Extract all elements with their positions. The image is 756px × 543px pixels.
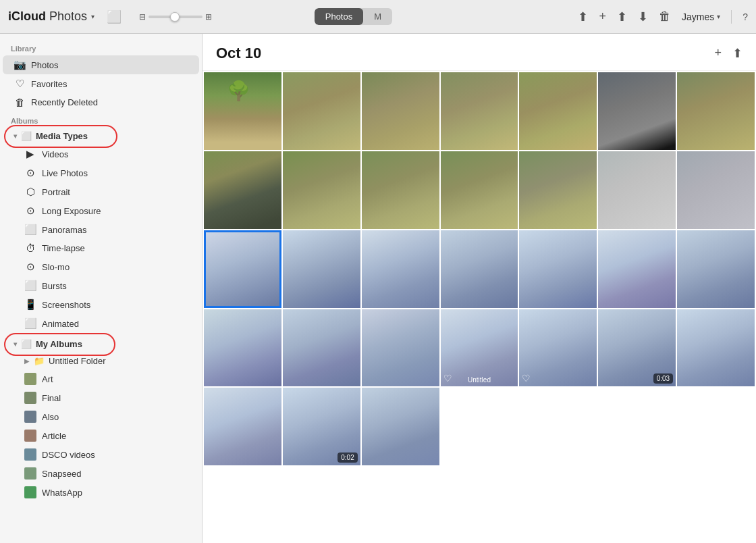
photo-cell[interactable] — [204, 151, 281, 229]
photo-cell-selected[interactable] — [204, 230, 281, 308]
heart-icon: ♡ — [443, 373, 452, 384]
photo-cell[interactable] — [204, 309, 281, 387]
sidebar-item-article[interactable]: Article — [3, 426, 199, 445]
photo-cell[interactable] — [204, 72, 281, 150]
photo-cell[interactable]: 0:03 — [598, 309, 676, 387]
sidebar-item-art[interactable]: Art — [3, 369, 199, 388]
add-icon[interactable]: + — [599, 9, 606, 24]
photo-cell[interactable] — [677, 72, 755, 150]
sidebar-item-photos[interactable]: 📷 Photos — [3, 55, 199, 74]
sidebar-slo-mo-label: Slo-mo — [42, 262, 70, 272]
photo-cell[interactable] — [677, 151, 755, 229]
sidebar-recently-deleted-label: Recently Deleted — [31, 97, 98, 107]
sidebar-item-slo-mo[interactable]: ⊙ Slo-mo — [3, 257, 199, 276]
sidebar-item-portrait[interactable]: ⬡ Portrait — [3, 182, 199, 201]
trash-icon[interactable]: 🗑 — [659, 9, 671, 24]
photo-cell-untitled[interactable]: ♡ Untitled — [441, 309, 518, 387]
sidebar-toggle-button[interactable]: ⬜ — [107, 9, 122, 24]
photo-cell[interactable]: 0:02 — [283, 388, 360, 465]
sidebar-item-long-exposure[interactable]: ⊙ Long Exposure — [3, 201, 199, 220]
sidebar-item-also[interactable]: Also — [3, 407, 199, 426]
sidebar-time-lapse-label: Time-lapse — [42, 243, 85, 253]
download-icon[interactable]: ⬇ — [638, 9, 648, 24]
untitled-folder-chevron-icon: ▶ — [24, 357, 30, 365]
sidebar-item-dsco-videos[interactable]: DSCO videos — [3, 445, 199, 464]
my-albums-folder-icon: ⬜ — [21, 339, 32, 349]
app-header: iCloud Photos ▾ ⬜ ⊟ ⊞ Photos M ⬆ + ⬆ ⬇ 🗑… — [0, 0, 756, 34]
photo-cell[interactable] — [362, 230, 439, 308]
tab-map[interactable]: M — [363, 8, 392, 25]
photo-cell[interactable] — [362, 72, 439, 150]
sidebar-item-panoramas[interactable]: ⬜ Panoramas — [3, 220, 199, 239]
snapseed-album-icon — [24, 467, 36, 480]
photo-cell[interactable] — [598, 72, 676, 150]
my-albums-header[interactable]: ▾ ⬜ My Albums — [3, 336, 199, 353]
sidebar-article-label: Article — [42, 431, 66, 441]
photo-cell[interactable] — [519, 151, 597, 229]
content-share-icon[interactable]: ⬆ — [732, 46, 742, 61]
untitled-folder-header[interactable]: ▶ 📁 Untitled Folder — [3, 353, 199, 369]
photo-cell[interactable] — [362, 151, 439, 229]
article-album-icon — [24, 430, 36, 442]
sidebar: Library 📷 Photos ♡ Favorites 🗑 Recently … — [0, 34, 202, 543]
media-types-header[interactable]: ▾ ⬜ Media Types — [3, 128, 199, 145]
photo-cell[interactable] — [283, 151, 360, 229]
sidebar-panoramas-label: Panoramas — [42, 225, 86, 235]
sidebar-item-recently-deleted[interactable]: 🗑 Recently Deleted — [3, 93, 199, 111]
photo-cell[interactable] — [519, 230, 597, 308]
upload-icon[interactable]: ⬆ — [578, 9, 588, 24]
photo-cell[interactable] — [283, 309, 360, 387]
photo-cell[interactable] — [441, 230, 518, 308]
photo-cell[interactable] — [283, 230, 360, 308]
photo-cell[interactable] — [441, 151, 518, 229]
photo-grid: ♡ Untitled ♡ 0:03 0:02 — [202, 71, 756, 467]
zoom-in-icon: ⊞ — [205, 12, 212, 22]
content-add-icon[interactable]: + — [714, 46, 722, 61]
time-lapse-icon: ⏱ — [24, 242, 36, 254]
sidebar-photos-label: Photos — [31, 60, 58, 70]
sidebar-favorites-label: Favorites — [31, 79, 67, 89]
sidebar-item-screenshots[interactable]: 📱 Screenshots — [3, 295, 199, 314]
photo-cell[interactable] — [677, 230, 755, 308]
video-duration-badge-2: 0:02 — [338, 452, 357, 463]
photo-cell[interactable] — [598, 151, 676, 229]
zoom-thumb[interactable] — [170, 12, 180, 22]
content-header: Oct 10 + ⬆ — [202, 34, 756, 71]
sidebar-item-whatsapp[interactable]: WhatsApp — [3, 483, 199, 502]
user-menu[interactable]: Jaymes ▾ — [682, 11, 720, 22]
sidebar-live-photos-label: Live Photos — [42, 168, 88, 178]
sidebar-item-snapseed[interactable]: Snapseed — [3, 464, 199, 483]
albums-section-label: Albums — [0, 111, 202, 128]
photo-cell[interactable]: ♡ — [519, 309, 597, 387]
zoom-slider-control[interactable]: ⊟ ⊞ — [139, 12, 212, 22]
sidebar-item-favorites[interactable]: ♡ Favorites — [3, 74, 199, 93]
zoom-track[interactable] — [148, 16, 202, 18]
photo-cell[interactable] — [677, 309, 755, 387]
media-types-folder-icon: ⬜ — [21, 131, 32, 141]
sidebar-item-final[interactable]: Final — [3, 388, 199, 407]
my-albums-label: My Albums — [36, 339, 82, 349]
photo-cell[interactable] — [283, 72, 360, 150]
photo-cell[interactable] — [362, 309, 439, 387]
photo-cell[interactable] — [441, 72, 518, 150]
sidebar-item-animated[interactable]: ⬜ Animated — [3, 314, 199, 333]
recently-deleted-icon: 🗑 — [14, 97, 26, 108]
photo-cell-empty — [677, 388, 755, 465]
sidebar-item-time-lapse[interactable]: ⏱ Time-lapse — [3, 239, 199, 257]
sidebar-item-bursts[interactable]: ⬜ Bursts — [3, 276, 199, 295]
photo-cell[interactable] — [204, 388, 281, 465]
share-icon[interactable]: ⬆ — [617, 9, 627, 24]
brand-chevron-icon: ▾ — [91, 13, 94, 20]
sidebar-item-videos[interactable]: ▶ Videos — [3, 145, 199, 163]
brand-dropdown[interactable]: iCloud Photos ▾ — [8, 9, 94, 24]
tab-photos[interactable]: Photos — [315, 8, 363, 25]
help-icon[interactable]: ? — [742, 11, 748, 22]
zoom-out-icon: ⊟ — [139, 12, 146, 22]
photo-cell[interactable] — [362, 388, 439, 465]
photo-label-untitled: Untitled — [468, 376, 491, 384]
untitled-folder-icon: 📁 — [34, 356, 45, 366]
photo-cell[interactable] — [598, 230, 676, 308]
sidebar-animated-label: Animated — [42, 319, 79, 329]
photo-cell[interactable] — [519, 72, 597, 150]
sidebar-item-live-photos[interactable]: ⊙ Live Photos — [3, 163, 199, 182]
